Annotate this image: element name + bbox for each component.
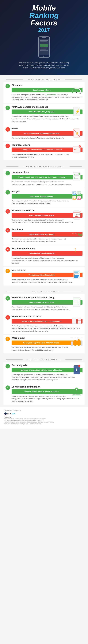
svg-point-30 — [74, 174, 75, 175]
svg-rect-101 — [73, 394, 76, 394]
svg-rect-76 — [74, 301, 80, 301]
svg-point-49 — [78, 196, 79, 198]
svg-point-27 — [79, 145, 81, 148]
svg-text:900: 900 — [77, 338, 79, 338]
additional-section-label: — ADDITIONAL FACTORS — — [3, 355, 85, 362]
site-speed-factor: + 0 3s 1.1s Site speed Keep — [3, 82, 85, 103]
svg-rect-67 — [74, 272, 78, 273]
small-touch-icon: − — [5, 247, 10, 252]
webceo-globe-icon — [4, 412, 7, 415]
svg-rect-78 — [74, 303, 80, 303]
additional-section: — ADDITIONAL FACTORS — + f 77% Social si — [0, 355, 88, 406]
amp-factor: + ⚡ AMP (Accelerated mobile pages) Use A… — [3, 104, 85, 125]
ref-3: http://searchenginewatch.com/seo/article… — [4, 422, 84, 423]
svg-text:404: 404 — [74, 149, 77, 150]
svg-rect-60 — [72, 253, 74, 254]
ux-section-label: — USER EXPERIENCE FACTORS — — [3, 162, 85, 169]
site-speed-content: 0 3s 1.1s Site speed Keep it under 1.2 s… — [11, 84, 83, 101]
tech-errors-content: 404 ! Technical Errors Audit your site f… — [11, 144, 83, 158]
header-section: Mobile Ranking Factors 2017 — [0, 0, 88, 75]
flash-icon: − — [5, 127, 10, 132]
technical-section-label: — TECHNICAL FACTORS — — [3, 75, 85, 82]
unordered-lists-factor: + 9 Unordered li — [3, 169, 85, 188]
svg-rect-5 — [40, 42, 47, 42]
images-factor: + — [3, 188, 85, 207]
site-speed-icon: + — [5, 84, 10, 88]
svg-text:0: 0 — [72, 93, 73, 94]
svg-point-32 — [74, 176, 75, 176]
social-signals-illus: f 77% — [71, 364, 83, 376]
svg-rect-7 — [40, 44, 48, 47]
amp-icon: + — [5, 106, 10, 110]
svg-point-64 — [75, 248, 76, 249]
ref-4: https://moz.com/blog/mobile-ranking-fact… — [4, 423, 84, 424]
logo-web-text: web — [7, 412, 11, 415]
svg-rect-71 — [74, 276, 79, 277]
svg-text:9: 9 — [78, 173, 80, 176]
flash-illus: ⚡ — [71, 127, 83, 139]
svg-text:Accept: Accept — [76, 216, 79, 217]
svg-rect-35 — [75, 177, 80, 177]
word-count-content: 700 800 900 1000 Word count Keep your pa… — [11, 337, 83, 351]
svg-rect-68 — [74, 274, 79, 274]
svg-text:Pop-up!: Pop-up! — [76, 214, 80, 215]
content-section-label: — CONTENT FACTORS — — [3, 287, 85, 294]
svg-text:1000: 1000 — [80, 338, 82, 338]
svg-rect-100 — [72, 394, 81, 396]
local-seo-factor: + Local search optimization — [3, 384, 85, 405]
svg-text:77%: 77% — [79, 366, 81, 367]
keywords-body-content: Keywords and related phrases in body Kee… — [11, 296, 83, 311]
svg-point-99 — [76, 389, 77, 390]
svg-text:!: ! — [79, 146, 80, 148]
main-title: Mobile Ranking Factors — [5, 4, 83, 26]
svg-rect-26 — [74, 152, 79, 152]
unordered-lists-illus: 9 — [71, 171, 83, 183]
keywords-body-illus — [71, 296, 83, 308]
images-icon: + — [5, 190, 10, 194]
svg-point-46 — [73, 196, 74, 198]
svg-rect-72 — [74, 277, 78, 278]
svg-rect-10 — [40, 50, 48, 51]
keywords-external-illus: competitor — [71, 315, 83, 327]
svg-rect-61 — [74, 253, 76, 254]
svg-point-40 — [73, 192, 74, 193]
interstitials-content: Pop-up! Accept ✕ Intrusive interstitials… — [11, 209, 83, 224]
svg-rect-103 — [73, 395, 81, 396]
svg-rect-9 — [40, 49, 46, 50]
small-touch-factor: − Small touch elements Too small — [3, 245, 85, 266]
images-content: Images Use up to 4 images on page Optimi… — [11, 190, 83, 205]
svg-rect-92 — [81, 340, 83, 346]
svg-rect-18 — [74, 108, 79, 108]
local-seo-icon: + — [5, 386, 10, 390]
svg-text:competitor: competitor — [78, 320, 83, 321]
svg-text:800: 800 — [74, 338, 76, 338]
site-speed-illus: 0 3s 1.1s — [71, 84, 83, 96]
keywords-body-factor: + Keywords and related phrases in body — [3, 294, 85, 313]
interstitials-factor: − Pop-up! Accept ✕ Intrusive interstitia… — [3, 207, 85, 226]
images-illus — [71, 190, 83, 202]
small-touch-content: Small touch elements Too small and too c… — [11, 247, 83, 264]
ref-2: http://searchengineland.com/mobile-page-… — [4, 420, 84, 421]
ux-section: — USER EXPERIENCE FACTORS — + — [0, 162, 88, 287]
amp-content: ⚡ AMP (Accelerated mobile pages) Use AMP… — [11, 106, 83, 123]
svg-text:Aa: Aa — [72, 233, 74, 234]
svg-text:⚡: ⚡ — [75, 109, 80, 114]
unordered-lists-icon: + — [5, 171, 10, 176]
svg-point-43 — [78, 192, 79, 193]
svg-text:700: 700 — [71, 338, 73, 338]
word-count-chart-illus: 700 800 900 1000 — [70, 337, 83, 348]
interstitials-illus: Pop-up! Accept ✕ — [71, 209, 83, 221]
year-label: 2017 — [5, 27, 83, 33]
svg-rect-62 — [76, 253, 78, 254]
svg-text:1.1s: 1.1s — [75, 86, 77, 88]
flash-content: ⚡ Flash Don't use Flash technology on yo… — [11, 127, 83, 139]
tech-errors-illus: 404 ! — [71, 144, 83, 155]
local-seo-content: Local search optimization Be local SEO i… — [11, 386, 83, 402]
svg-point-12 — [76, 92, 77, 93]
svg-point-36 — [74, 178, 75, 179]
svg-rect-90 — [74, 340, 76, 346]
footer-references: References: http://www.webceo.com/knowle… — [4, 416, 84, 424]
social-signals-icon: + — [5, 364, 10, 368]
references-label: References: — [4, 416, 84, 418]
word-count-icon: ! — [5, 337, 10, 341]
